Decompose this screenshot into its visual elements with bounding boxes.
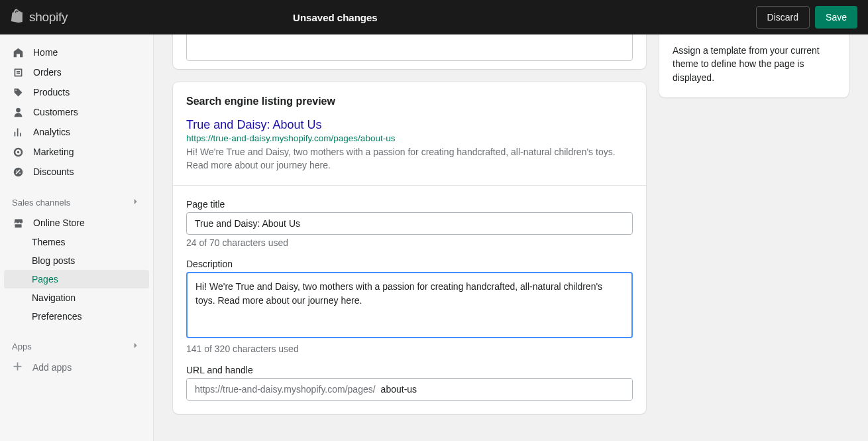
sidebar-item-online-store[interactable]: Online Store [0,213,153,233]
analytics-icon [12,126,24,138]
discard-button[interactable]: Discard [756,6,810,29]
apps-header[interactable]: Apps [0,335,153,357]
sidebar-item-label: Analytics [33,127,70,137]
unsaved-changes-label: Unsaved changes [293,12,378,23]
marketing-icon [12,146,24,158]
add-apps-button[interactable]: Add apps [0,357,153,378]
shopify-logo-text: shopify [29,10,68,25]
seo-preview-url: https://true-and-daisy.myshopify.com/pag… [186,133,633,143]
main-content: Search engine listing preview True and D… [154,34,868,441]
shopify-logo[interactable]: shopify [11,8,68,27]
description-field: Description Hi! We're True and Daisy, tw… [186,259,633,354]
sidebar-item-marketing[interactable]: Marketing [0,142,153,162]
sidebar-item-label: Discounts [33,166,74,177]
orders-icon [12,66,24,78]
apps-label: Apps [12,342,32,351]
seo-card: Search engine listing preview True and D… [173,82,646,414]
sidebar-item-label: Online Store [33,218,85,228]
sidebar-subitem-preferences[interactable]: Preferences [0,307,153,326]
seo-preview-title: True and Daisy: About Us [186,118,633,132]
chevron-right-icon [131,340,141,353]
url-prefix: https://true-and-daisy.myshopify.com/pag… [187,379,376,400]
seo-preview-snippet: Hi! We're True and Daisy, two mothers wi… [186,146,633,172]
sales-channels-label: Sales channels [12,198,70,208]
page-title-counter: 24 of 70 characters used [186,237,633,248]
products-icon [12,86,24,98]
description-label: Description [186,259,633,269]
sidebar-item-products[interactable]: Products [0,82,153,102]
description-counter: 141 of 320 characters used [186,344,633,354]
seo-heading: Search engine listing preview [186,95,633,107]
url-handle-field: URL and handle https://true-and-daisy.my… [186,365,633,401]
sidebar-item-label: Home [33,47,58,58]
sidebar: Home Orders Products Customers Analytics… [0,34,154,441]
description-textarea[interactable]: Hi! We're True and Daisy, two mothers wi… [186,272,633,338]
topbar: shopify Unsaved changes Discard Save [0,0,868,34]
page-title-label: Page title [186,199,633,210]
sidebar-item-label: Products [33,87,70,97]
sidebar-item-customers[interactable]: Customers [0,102,153,122]
chevron-right-icon [131,196,141,209]
divider [173,185,646,186]
sidebar-item-discounts[interactable]: Discounts [0,162,153,182]
content-card [173,34,646,69]
sidebar-item-analytics[interactable]: Analytics [0,122,153,142]
sidebar-item-label: Marketing [33,147,74,157]
home-icon [12,46,24,58]
discounts-icon [12,166,24,178]
sidebar-item-label: Orders [33,67,62,78]
template-card: Default page Assign a template from your… [659,34,849,97]
seo-preview: True and Daisy: About Us https://true-an… [186,118,633,172]
shopify-bag-icon [11,8,25,27]
sidebar-subitem-navigation[interactable]: Navigation [0,288,153,307]
content-editor-placeholder[interactable] [186,34,633,61]
customers-icon [12,106,24,118]
url-handle-input[interactable] [376,379,632,400]
topbar-actions: Discard Save [756,6,857,29]
page-title-input[interactable] [186,212,633,235]
sidebar-item-orders[interactable]: Orders [0,62,153,82]
storefront-icon [12,217,24,229]
sidebar-subitem-blog-posts[interactable]: Blog posts [0,251,153,270]
sidebar-subitem-themes[interactable]: Themes [0,233,153,251]
add-apps-label: Add apps [32,362,72,373]
url-handle-label: URL and handle [186,365,633,375]
sidebar-item-label: Customers [33,107,78,117]
page-title-field: Page title 24 of 70 characters used [186,199,633,248]
sidebar-item-home[interactable]: Home [0,42,153,62]
sales-channels-header[interactable]: Sales channels [0,191,153,213]
save-button[interactable]: Save [815,6,857,29]
url-input-group: https://true-and-daisy.myshopify.com/pag… [186,378,633,401]
plus-icon [12,361,23,374]
sidebar-subitem-pages[interactable]: Pages [4,270,149,288]
template-help-text: Assign a template from your current them… [673,44,836,84]
